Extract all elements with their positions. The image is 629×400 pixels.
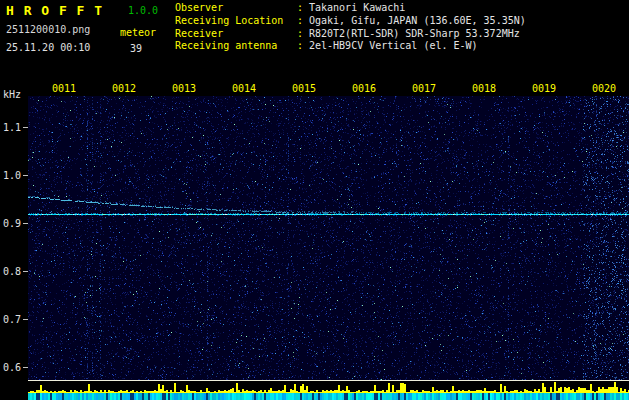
time-tick-label: 0018 xyxy=(472,83,496,94)
datetime-label: 25.11.20 00:10 xyxy=(6,42,90,53)
time-tick-label: 0020 xyxy=(592,83,616,94)
app-title: H R O F F T xyxy=(6,3,103,18)
freq-tick-label: 0.8 xyxy=(3,266,21,277)
info-row-observer: Observer:Takanori Kawachi xyxy=(175,2,526,15)
signal-level-strip xyxy=(28,380,629,400)
time-tick-label: 0016 xyxy=(352,83,376,94)
info-value: Ogaki, Gifu, JAPAN (136.60E, 35.35N) xyxy=(309,15,526,28)
time-tick-label: 0019 xyxy=(532,83,556,94)
info-row-antenna: Receiving antenna:2el-HB9CV Vertical (el… xyxy=(175,40,526,53)
info-value: 2el-HB9CV Vertical (el. E-W) xyxy=(309,40,478,53)
info-value: Takanori Kawachi xyxy=(309,2,405,15)
freq-tick-label: 1.1 xyxy=(3,122,21,133)
info-label: Receiving Location xyxy=(175,15,297,28)
time-tick-label: 0015 xyxy=(292,83,316,94)
time-tick-label: 0017 xyxy=(412,83,436,94)
freq-axis: 1.11.00.90.80.70.6 xyxy=(0,96,28,380)
time-tick-label: 0011 xyxy=(52,83,76,94)
info-colon: : xyxy=(297,28,309,41)
freq-tick-label: 1.0 xyxy=(3,170,21,181)
spectrogram-canvas xyxy=(28,96,629,380)
info-colon: : xyxy=(297,40,309,53)
hrofft-window: H R O F F T 1.0.0 2511200010.png meteor … xyxy=(0,0,629,400)
station-info: Observer:Takanori Kawachi Receiving Loca… xyxy=(175,2,526,53)
info-label: Observer xyxy=(175,2,297,15)
freq-tick-label: 0.7 xyxy=(3,314,21,325)
app-version: 1.0.0 xyxy=(128,5,158,16)
freq-tick-label: 0.9 xyxy=(3,218,21,229)
freq-tick-label: 0.6 xyxy=(3,362,21,373)
output-filename: 2511200010.png xyxy=(6,24,90,35)
info-colon: : xyxy=(297,15,309,28)
info-value: R820T2(RTL-SDR) SDR-Sharp 53.372MHz xyxy=(309,28,520,41)
time-axis: 0011001200130014001500160017001800190020 xyxy=(28,83,629,96)
info-label: Receiver xyxy=(175,28,297,41)
info-row-receiver: Receiver:R820T2(RTL-SDR) SDR-Sharp 53.37… xyxy=(175,28,526,41)
mode-label: meteor xyxy=(120,27,156,38)
echo-count: 39 xyxy=(130,43,142,54)
time-tick-label: 0012 xyxy=(112,83,136,94)
info-row-location: Receiving Location:Ogaki, Gifu, JAPAN (1… xyxy=(175,15,526,28)
time-tick-label: 0014 xyxy=(232,83,256,94)
info-colon: : xyxy=(297,2,309,15)
time-tick-label: 0013 xyxy=(172,83,196,94)
info-label: Receiving antenna xyxy=(175,40,297,53)
